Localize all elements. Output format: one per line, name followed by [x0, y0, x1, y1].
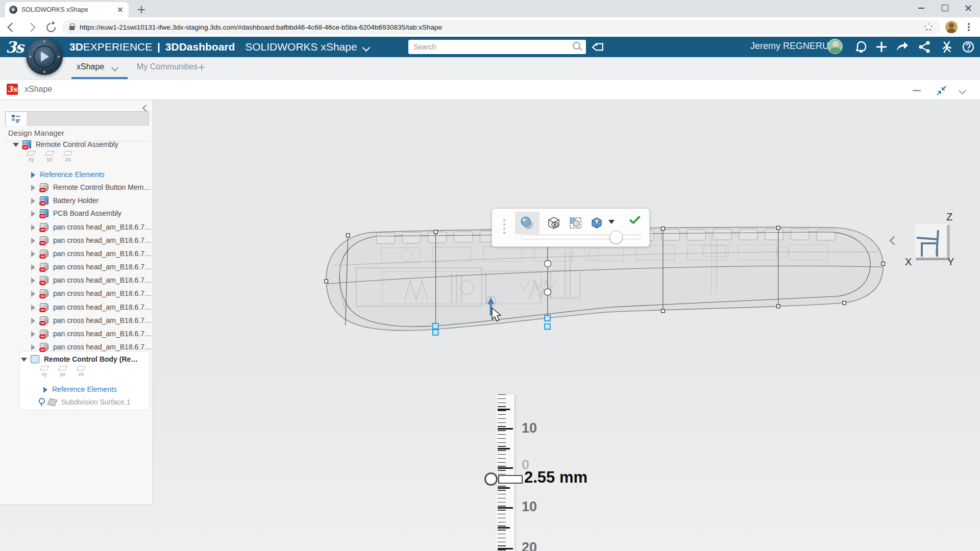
chevron-collapsed-icon[interactable] [30, 344, 36, 350]
tree-item-remote-control-body[interactable]: Remote Control Body (Remote... [20, 353, 144, 365]
tree-item-fastener[interactable]: pan cross head_am_B18.6.7M - ... [30, 314, 153, 327]
tree-item-pcb-assembly[interactable]: PCB Board Assembly [30, 207, 121, 219]
search-icon[interactable] [571, 40, 584, 54]
help-icon[interactable] [961, 40, 976, 54]
user-name[interactable]: Jeremy REGNERUS [750, 41, 824, 52]
widget-restore-icon[interactable] [936, 86, 947, 96]
tree-item-reference-elements-body[interactable]: Reference Elements [42, 383, 117, 395]
chevron-expanded-icon[interactable] [12, 141, 18, 147]
window-close-button[interactable] [957, 0, 980, 16]
chevron-collapsed-icon[interactable] [30, 197, 36, 204]
tab-close-icon[interactable] [116, 6, 125, 14]
padlock-icon[interactable] [69, 26, 75, 30]
plane-glyph-icon [40, 366, 50, 370]
window-minimize-button[interactable] [910, 0, 933, 16]
chevron-collapsed-icon[interactable] [30, 317, 36, 323]
plane-zx[interactable]: zx [62, 151, 74, 162]
tree-item-battery-holder[interactable]: Battery Holder [30, 194, 99, 207]
forward-button[interactable] [23, 19, 39, 35]
chevron-expanded-icon[interactable] [20, 356, 27, 362]
show-cage-button[interactable] [543, 213, 565, 233]
share-network-icon[interactable] [917, 40, 932, 54]
plane-xy[interactable]: xy [26, 151, 37, 162]
share-arrow-icon[interactable] [894, 40, 910, 54]
slider-thumb[interactable] [609, 231, 623, 244]
chevron-collapsed-icon[interactable] [30, 251, 36, 257]
widget-minimize-button[interactable] [913, 90, 921, 91]
tree-item-fastener[interactable]: pan cross head_am_B18.6.7M - ... [30, 234, 153, 246]
tree-item-root-assembly[interactable]: Remote Control Assembly [12, 138, 118, 151]
tree-item-fastener[interactable]: pan cross head_am_B18.6.7M - ... [30, 327, 153, 340]
tab-my-communities[interactable]: My Communities [137, 62, 198, 71]
part-icon [40, 263, 48, 271]
tree-item-fastener[interactable]: pan cross head_am_B18.6.7M - ... [30, 287, 153, 299]
chevron-collapsed-icon[interactable] [42, 386, 48, 392]
chevron-collapsed-icon[interactable] [30, 304, 36, 310]
tree-item-button-membrane[interactable]: Remote Control Button Membra... [30, 181, 153, 193]
ruler-drag-handle-knob[interactable] [484, 472, 498, 486]
tree-item-fastener[interactable]: pan cross head_am_B18.6.7M - ... [30, 247, 153, 260]
confirm-check-button[interactable] [628, 215, 641, 228]
display-mode-caret-icon[interactable] [608, 220, 615, 224]
platform-breadcrumb[interactable]: 3DEXPERIENCE | 3DDashboard SOLIDWORKS xS… [69, 41, 371, 53]
add-dashboard-tab-button[interactable]: + [198, 60, 205, 74]
chevron-collapsed-icon[interactable] [30, 264, 36, 270]
tree-item-subdivision-surface[interactable]: Subdivision Surface.1 [38, 395, 130, 408]
tree-item-label: pan cross head_am_B18.6.7M - ... [53, 263, 153, 271]
browser-profile-avatar[interactable] [945, 21, 958, 33]
solidworks-favicon-icon [9, 6, 17, 14]
panel-collapse-chevron[interactable] [141, 104, 149, 112]
url-text[interactable]: https://euw1-21swi10131-ifwe.3dx-staging… [80, 23, 924, 31]
tag-icon[interactable] [591, 40, 606, 54]
tab-xshape[interactable]: xShape [77, 62, 104, 71]
3ds-logo: 3s [3, 38, 26, 57]
chevron-collapsed-icon[interactable] [30, 237, 36, 243]
tree-item-fastener[interactable]: pan cross head_am_B18.6.7M - ... [30, 340, 153, 353]
search-input[interactable] [408, 43, 571, 51]
add-content-plus-icon[interactable] [874, 40, 889, 54]
select-elements-button[interactable] [565, 213, 586, 233]
new-tab-button[interactable] [136, 4, 147, 15]
plane-glyph-icon [58, 366, 68, 370]
tree-item-reference-elements[interactable]: Reference Elements [30, 168, 105, 181]
chevron-collapsed-icon[interactable] [30, 224, 36, 230]
tree-item-fastener[interactable]: pan cross head_am_B18.6.7M - ... [30, 260, 153, 273]
reload-button[interactable] [43, 19, 58, 35]
tree-item-fastener[interactable]: pan cross head_am_B18.6.7M - ... [30, 273, 153, 286]
viewcube-collapse-chevron[interactable] [888, 236, 897, 246]
browser-tab[interactable]: SOLIDWORKS xShape [5, 2, 129, 17]
address-bar[interactable]: https://euw1-21swi10131-ifwe.3dx-staging… [62, 20, 940, 34]
tree-item-fastener[interactable]: pan cross head_am_B18.6.7M - ... [30, 300, 153, 313]
3dswym-figure-icon[interactable] [939, 40, 954, 54]
chevron-collapsed-icon[interactable] [30, 210, 36, 216]
blend-mode-button[interactable] [517, 213, 538, 233]
chevron-collapsed-icon[interactable] [30, 277, 36, 283]
tab-chevron-down-icon[interactable] [111, 65, 118, 70]
chevron-collapsed-icon[interactable] [30, 171, 36, 178]
measurement-ruler[interactable] [497, 394, 515, 551]
back-button[interactable] [4, 19, 19, 35]
widget-chevron-down-icon[interactable] [959, 88, 967, 94]
chevron-collapsed-icon[interactable] [30, 184, 36, 190]
plane-zx[interactable]: zx [76, 366, 87, 377]
chevron-down-icon[interactable] [362, 44, 371, 51]
bookmark-star-icon[interactable] [924, 22, 933, 32]
user-avatar[interactable] [827, 39, 843, 54]
chevron-collapsed-icon[interactable] [30, 331, 36, 337]
browser-menu-icon[interactable] [964, 21, 973, 33]
plane-xy[interactable]: xy [39, 366, 50, 377]
ruler-drag-handle-bar[interactable] [498, 475, 523, 484]
plane-yz[interactable]: yz [57, 366, 68, 377]
weight-slider[interactable] [521, 235, 641, 239]
design-manager-tab[interactable] [6, 112, 27, 126]
view-cube[interactable] [914, 223, 951, 261]
toolbar-drag-handle[interactable] [503, 219, 505, 221]
notifications-bell-icon[interactable] [853, 40, 869, 54]
plane-yz[interactable]: yz [44, 151, 55, 162]
part-icon [40, 249, 48, 258]
window-maximize-button[interactable] [933, 0, 957, 16]
display-mode-button[interactable] [586, 213, 607, 233]
tree-item-fastener[interactable]: pan cross head_am_B18.6.7M - ... [30, 220, 153, 233]
chevron-collapsed-icon[interactable] [30, 290, 36, 296]
3dexperience-compass-button[interactable] [26, 38, 63, 75]
